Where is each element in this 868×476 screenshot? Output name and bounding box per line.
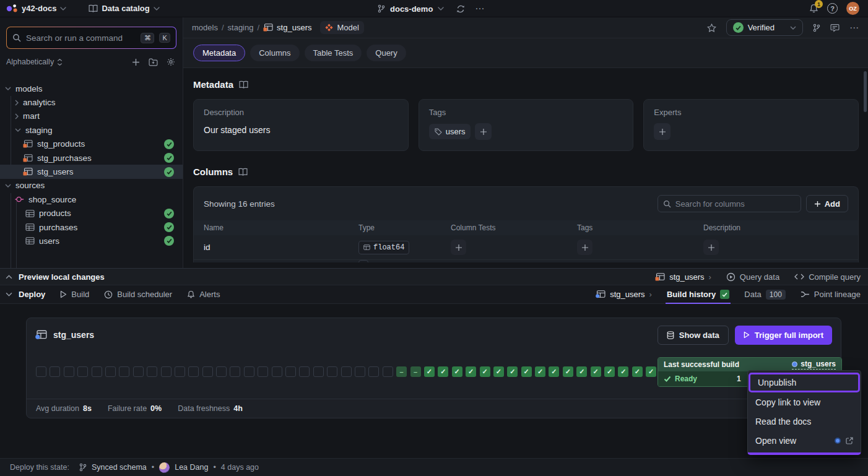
workspace-switcher[interactable]: y42-docs	[0, 4, 72, 13]
build-square-empty[interactable]	[92, 366, 102, 377]
build-square-empty[interactable]	[105, 366, 116, 377]
sidebar-item-products[interactable]: products	[0, 207, 183, 220]
menu-item-copy-link[interactable]: Copy link to view	[748, 392, 861, 412]
sidebar-item-users[interactable]: users	[0, 234, 183, 248]
chevron-down-icon[interactable]	[6, 292, 12, 296]
description-card[interactable]: Description Our staged users	[193, 99, 409, 151]
build-square-ok[interactable]: ✓	[646, 366, 656, 377]
type-chip[interactable]: float64	[358, 241, 409, 254]
more-menu-icon[interactable]: ⋯	[475, 3, 485, 14]
verified-dropdown[interactable]: Verified	[726, 19, 803, 36]
compile-query-button[interactable]: Compile query	[794, 272, 861, 282]
build-square-empty[interactable]	[50, 366, 60, 377]
add-column-description-button[interactable]	[703, 240, 719, 255]
breadcrumb-staging[interactable]: staging	[228, 23, 254, 32]
build-square-ok[interactable]: ✓	[438, 366, 448, 377]
user-avatar[interactable]: OZ	[846, 2, 859, 15]
breadcrumb-models[interactable]: models	[192, 23, 218, 32]
sidebar-item-sources[interactable]: sources	[0, 179, 183, 193]
sidebar-item-purchases[interactable]: purchases	[0, 220, 183, 234]
build-square-empty[interactable]	[244, 366, 254, 377]
menu-item-unpublish[interactable]: Unpublish	[749, 373, 860, 392]
build-square-ok[interactable]: ✓	[535, 366, 545, 377]
build-square-empty[interactable]	[147, 366, 157, 377]
build-square-empty[interactable]	[355, 366, 365, 377]
build-square-empty[interactable]	[119, 366, 129, 377]
query-bar-table[interactable]: stg_users ›	[655, 272, 711, 282]
data-catalog-nav[interactable]: Data catalog	[82, 4, 165, 13]
add-expert-button[interactable]	[654, 123, 671, 140]
tab-query[interactable]: Query	[367, 45, 406, 61]
preview-local-changes[interactable]: Preview local changes	[19, 272, 105, 282]
build-square-ok[interactable]: ✓	[493, 366, 504, 377]
deploy-button[interactable]: Deploy	[19, 290, 45, 299]
notifications-button[interactable]: 1	[809, 4, 818, 13]
build-square-empty[interactable]	[285, 366, 296, 377]
build-square-empty[interactable]	[133, 366, 144, 377]
sidebar-item-staging[interactable]: staging	[0, 123, 183, 137]
build-square-ok[interactable]: ✓	[563, 366, 573, 377]
build-scheduler-button[interactable]: Build scheduler	[104, 290, 172, 299]
build-square-ok[interactable]: ✓	[591, 366, 601, 377]
columns-search[interactable]	[658, 195, 801, 212]
add-tag-button[interactable]	[475, 123, 492, 140]
build-bar-table[interactable]: stg_users ›	[596, 290, 652, 299]
build-square-empty[interactable]	[299, 366, 310, 377]
build-square-empty[interactable]	[175, 366, 185, 377]
show-data-button[interactable]: Show data	[658, 326, 729, 345]
tab-columns[interactable]: Columns	[250, 45, 299, 61]
tooltip-table-link[interactable]: stg_users	[792, 360, 836, 370]
build-square-empty[interactable]	[230, 366, 240, 377]
star-icon[interactable]	[707, 24, 716, 32]
branch-name[interactable]: docs-demo	[390, 4, 433, 14]
add-file-icon[interactable]	[132, 58, 140, 66]
build-square-ok[interactable]: ✓	[466, 366, 476, 377]
add-folder-icon[interactable]	[149, 58, 158, 66]
build-square-ok[interactable]: ✓	[618, 366, 628, 377]
more-menu-icon[interactable]: ⋯	[849, 22, 859, 33]
build-square-empty[interactable]	[341, 366, 352, 377]
build-square-empty[interactable]	[202, 366, 213, 377]
command-search[interactable]: ⌘ K	[6, 27, 176, 49]
menu-item-read-docs[interactable]: Read the docs	[748, 412, 861, 431]
sidebar-item-models[interactable]: models	[0, 82, 183, 95]
build-square-ok[interactable]: ✓	[632, 366, 643, 377]
add-column-button[interactable]: Add	[806, 195, 848, 212]
build-square-empty[interactable]	[272, 366, 282, 377]
trigger-full-import-button[interactable]: Trigger full import	[735, 326, 832, 345]
sidebar-item-analytics[interactable]: analytics	[0, 95, 183, 109]
build-square-ok[interactable]: ✓	[452, 366, 462, 377]
refresh-icon[interactable]	[456, 5, 465, 13]
comment-icon[interactable]	[830, 24, 840, 32]
add-column-test-button[interactable]	[451, 240, 466, 255]
table-row[interactable]: id float64	[194, 235, 858, 260]
build-square-empty[interactable]	[383, 366, 393, 377]
scrollbar-thumb[interactable]	[864, 71, 867, 112]
build-square-ok[interactable]: ✓	[604, 366, 615, 377]
build-square-ok[interactable]: ✓	[507, 366, 518, 377]
query-data-button[interactable]: Query data	[726, 272, 779, 282]
tab-table-tests[interactable]: Table Tests	[305, 45, 362, 61]
build-square-empty[interactable]	[216, 366, 227, 377]
build-square-ok[interactable]: ✓	[424, 366, 435, 377]
tab-metadata[interactable]: Metadata	[193, 45, 245, 61]
build-square-empty[interactable]	[161, 366, 171, 377]
alerts-button[interactable]: Alerts	[187, 290, 220, 299]
sidebar-item-stg-purchases[interactable]: stg_purchases	[0, 151, 183, 165]
gear-icon[interactable]	[167, 58, 175, 66]
tab-data[interactable]: Data 100	[744, 290, 786, 300]
build-square-ok[interactable]: ✓	[549, 366, 559, 377]
build-square-empty[interactable]	[36, 366, 46, 377]
build-square-skip[interactable]: –	[410, 366, 421, 377]
build-button[interactable]: Build	[60, 290, 89, 299]
build-square-empty[interactable]	[313, 366, 324, 377]
synced-schema-label[interactable]: Synced schema	[92, 463, 147, 472]
add-column-tag-button[interactable]	[577, 240, 592, 255]
tag-chip[interactable]: users	[429, 124, 471, 139]
menu-item-open-view[interactable]: Open view	[748, 431, 861, 450]
tab-build-history[interactable]: Build history	[667, 285, 729, 304]
build-square-ok[interactable]: ✓	[576, 366, 587, 377]
build-square-empty[interactable]	[188, 366, 199, 377]
build-square-empty[interactable]	[64, 366, 74, 377]
tab-point-lineage[interactable]: Point lineage	[801, 290, 861, 299]
